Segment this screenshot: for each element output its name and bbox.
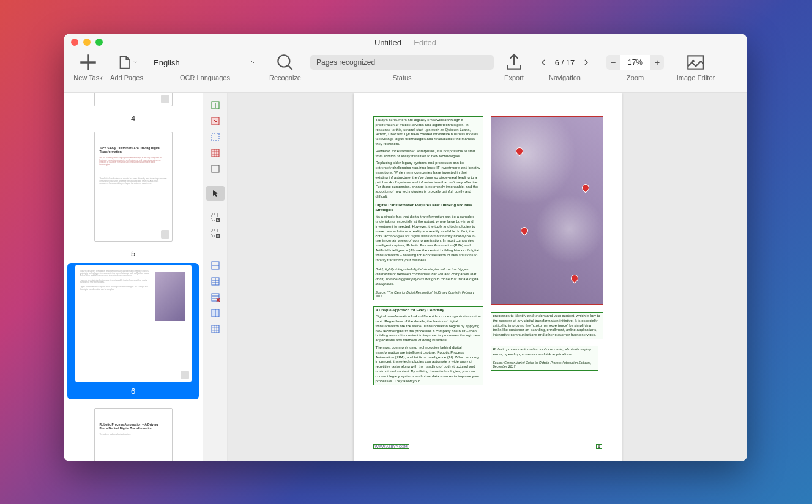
split-cells-tool[interactable]: [206, 322, 225, 336]
language-select[interactable]: English: [150, 55, 260, 70]
app-window: Untitled — Edited New Task Add Pages Eng…: [64, 34, 747, 461]
thumb-image-icon: [155, 272, 185, 321]
status-label: Status: [392, 74, 411, 81]
table-row-tool[interactable]: [206, 258, 225, 273]
thumbnail-7[interactable]: Robotic Process Automation – A Driving F…: [64, 404, 203, 461]
barcode-area-tool[interactable]: [206, 161, 225, 176]
navigation-label: Navigation: [549, 74, 581, 81]
toolbar: New Task Add Pages English OCR Languages…: [64, 51, 747, 92]
text-content: processes to identify and understand you…: [493, 314, 601, 338]
text-source: Source: Gartner Market Guide for Robotic…: [493, 361, 596, 369]
page-type-icon: [181, 371, 189, 379]
table-col-tool[interactable]: [206, 274, 225, 289]
thumbnail-4[interactable]: 4: [64, 93, 203, 123]
text-block[interactable]: processes to identify and understand you…: [491, 312, 603, 339]
zoom-value[interactable]: 17%: [620, 55, 650, 70]
prev-page-button[interactable]: [537, 54, 550, 70]
image-editor-label: Image Editor: [677, 74, 715, 81]
zoom-control: − 17% +: [606, 55, 664, 70]
recognize-button[interactable]: [275, 54, 296, 71]
svg-rect-7: [212, 149, 219, 157]
text-quote: Bold, tightly integrated digital strateg…: [376, 267, 481, 286]
zoom-in-button[interactable]: +: [650, 55, 664, 70]
text-content: Replacing older legacy systems and proce…: [376, 161, 481, 199]
text-quote: Robotic process automation tools cut cos…: [493, 347, 596, 357]
zoom-out-button[interactable]: −: [606, 55, 620, 70]
thumbnail-pane[interactable]: 4 Tech Savvy Customers Are Driving Digit…: [64, 93, 203, 461]
remove-area-tool[interactable]: [206, 226, 225, 241]
picture-block[interactable]: [491, 116, 603, 305]
zoom-label: Zoom: [627, 74, 644, 81]
svg-text:T: T: [214, 102, 217, 109]
page-type-icon: [161, 95, 169, 103]
text-block[interactable]: Robotic process automation tools cut cos…: [491, 346, 598, 371]
recognize-label: Recognize: [269, 74, 301, 81]
ocr-languages-label: OCR Languages: [180, 74, 230, 81]
add-area-tool[interactable]: [206, 210, 225, 225]
text-content: Digital transformation looks different f…: [376, 314, 481, 343]
map-pin-icon: [582, 184, 589, 194]
image-editor-button[interactable]: [685, 54, 706, 71]
thumbnail-5[interactable]: Tech Savvy Customers Are Driving Digital…: [64, 128, 203, 258]
thumb-content-title: Tech Savvy Customers Are Driving Digital…: [100, 147, 167, 154]
text-area-tool[interactable]: T: [206, 98, 225, 113]
app-body: 4 Tech Savvy Customers Are Driving Digit…: [64, 92, 747, 461]
text-content: It's a simple fact that digital transfor…: [376, 215, 481, 262]
text-content: However, for established enterprises, it…: [376, 149, 481, 159]
map-pin-icon: [516, 147, 523, 157]
table-area-tool[interactable]: [206, 146, 225, 160]
thumbnail-label: 4: [131, 114, 135, 123]
title-dash: —: [404, 38, 412, 47]
merge-cells-tool[interactable]: [206, 306, 225, 321]
add-pages-button[interactable]: [116, 54, 137, 71]
page-indicator: 6 / 17: [551, 58, 579, 67]
text-block[interactable]: Today's consumers are digitally empowere…: [373, 116, 483, 300]
page-view: Today's consumers are digitally empowere…: [354, 93, 622, 461]
pointer-tool[interactable]: [206, 186, 225, 201]
thumbnail-6[interactable]: Today's consumers are digitally empowere…: [67, 263, 199, 399]
map-pin-icon: [521, 227, 528, 237]
thumbnail-label: 6: [124, 385, 143, 397]
new-task-button[interactable]: [78, 54, 99, 71]
svg-point-0: [278, 55, 289, 67]
titlebar: Untitled — Edited: [64, 34, 747, 51]
page-type-icon: [161, 230, 169, 239]
text-source: Source: "The Case for Digital Reinventio…: [376, 291, 481, 298]
svg-rect-8: [212, 165, 219, 172]
picture-area-tool[interactable]: [206, 114, 225, 128]
text-heading: Digital Transformation Requires New Thin…: [376, 203, 481, 213]
next-page-button[interactable]: [579, 54, 593, 70]
export-button[interactable]: [504, 54, 524, 71]
new-task-label: New Task: [73, 74, 102, 81]
svg-rect-17: [212, 325, 219, 333]
text-heading: A Unique Approach for Every Company: [376, 308, 481, 313]
area-tools-pane: T: [203, 93, 228, 461]
edited-indicator: Edited: [414, 38, 436, 47]
status-text: Pages recognized: [316, 58, 375, 67]
table-delete-tool[interactable]: [206, 290, 225, 305]
page-canvas[interactable]: Today's consumers are digitally empowere…: [228, 93, 747, 461]
svg-rect-6: [212, 133, 219, 141]
map-pin-icon: [571, 275, 578, 284]
language-value: English: [154, 58, 180, 67]
text-content: The most commonly used technologies behi…: [376, 346, 481, 384]
document-title: Untitled: [374, 38, 401, 47]
background-area-tool[interactable]: [206, 130, 225, 144]
page-url: WWW.ABBYY.COM: [373, 444, 409, 449]
text-content: Today's consumers are digitally empowere…: [376, 118, 481, 147]
export-label: Export: [504, 74, 524, 81]
add-pages-label: Add Pages: [110, 74, 143, 81]
window-title: Untitled — Edited: [64, 38, 747, 47]
thumbnail-label: 5: [131, 249, 135, 258]
status-box: Pages recognized: [310, 55, 494, 70]
page-number: 6: [596, 444, 602, 449]
thumb-content-title: Robotic Process Automation – A Driving F…: [100, 423, 167, 430]
text-block[interactable]: A Unique Approach for Every Company Digi…: [373, 306, 483, 386]
